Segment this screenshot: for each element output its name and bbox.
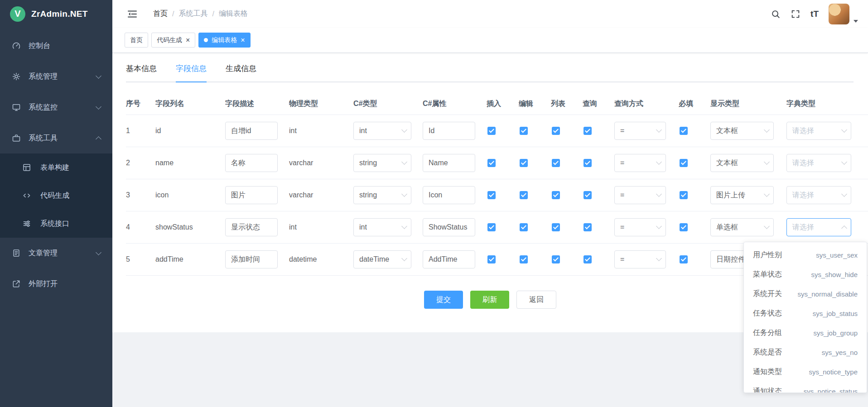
csharp-type-select[interactable]: string <box>353 186 411 204</box>
chevron-down-icon <box>96 249 101 255</box>
insert-checkbox[interactable] <box>487 127 496 135</box>
breadcrumb-home[interactable]: 首页 <box>153 9 168 19</box>
display-type-select[interactable]: 文本框 <box>710 122 774 140</box>
close-icon[interactable]: × <box>186 37 190 44</box>
tab-generate-info[interactable]: 生成信息 <box>226 63 256 81</box>
dict-option[interactable]: 通知类型 sys_notice_type <box>744 362 867 382</box>
dict-type-select[interactable]: 请选择 <box>786 154 851 172</box>
required-checkbox[interactable] <box>680 255 688 263</box>
chevron-down-icon <box>764 159 770 165</box>
description-input[interactable] <box>225 218 278 236</box>
edit-checkbox[interactable] <box>520 159 528 167</box>
tag-edit-table[interactable]: 编辑表格 × <box>198 33 250 48</box>
sidebar-item-system-api[interactable]: 系统接口 <box>0 210 112 238</box>
dict-option[interactable]: 任务状态 sys_job_status <box>744 304 867 323</box>
chevron-down-icon <box>656 127 662 133</box>
back-button[interactable]: 返回 <box>516 291 556 309</box>
display-type-select[interactable]: 图片上传 <box>710 186 774 204</box>
dict-option[interactable]: 用户性别 sys_user_sex <box>744 245 867 265</box>
insert-checkbox[interactable] <box>487 159 496 167</box>
edit-checkbox[interactable] <box>520 223 528 231</box>
required-checkbox[interactable] <box>680 127 688 135</box>
query-mode-select[interactable]: = <box>614 122 666 140</box>
tag-home[interactable]: 首页 <box>125 33 148 48</box>
query-mode-select[interactable]: = <box>614 250 666 268</box>
user-menu[interactable] <box>829 4 858 24</box>
description-input[interactable] <box>225 186 278 204</box>
dict-option-value: sys_job_group <box>813 329 858 337</box>
csharp-property-input[interactable] <box>423 186 475 204</box>
required-checkbox[interactable] <box>680 191 688 199</box>
csharp-property-input[interactable] <box>423 122 475 140</box>
dict-option[interactable]: 任务分组 sys_job_group <box>744 323 867 343</box>
sidebar-item-external-link[interactable]: 外部打开 <box>0 268 112 299</box>
font-size-icon[interactable]: tT <box>810 10 819 18</box>
edit-checkbox[interactable] <box>520 255 528 263</box>
csharp-property-input[interactable] <box>423 154 475 172</box>
menu-fold-icon[interactable] <box>127 9 138 19</box>
required-checkbox[interactable] <box>680 159 688 167</box>
query-checkbox[interactable] <box>583 159 592 167</box>
query-mode-select[interactable]: = <box>614 218 666 236</box>
edit-checkbox[interactable] <box>520 191 528 199</box>
query-checkbox[interactable] <box>583 191 592 199</box>
list-checkbox[interactable] <box>552 159 560 167</box>
dict-type-select[interactable]: 请选择 <box>786 186 851 204</box>
query-checkbox[interactable] <box>583 223 592 231</box>
csharp-type-select[interactable]: string <box>353 154 411 172</box>
list-checkbox[interactable] <box>552 223 560 231</box>
tab-field-info[interactable]: 字段信息 <box>176 63 207 81</box>
query-mode-select[interactable]: = <box>614 186 666 204</box>
query-checkbox[interactable] <box>583 255 592 263</box>
description-input[interactable] <box>225 250 278 268</box>
dict-option[interactable]: 通知状态 sys_notice_status <box>744 382 867 393</box>
csharp-property-input[interactable] <box>423 218 475 236</box>
dict-option[interactable]: 系统是否 sys_yes_no <box>744 343 867 362</box>
csharp-type-select[interactable]: dateTime <box>353 250 411 268</box>
column-name-text: icon <box>155 191 169 199</box>
sidebar-item-articles[interactable]: 文章管理 <box>0 238 112 268</box>
dict-option[interactable]: 系统开关 sys_normal_disable <box>744 284 867 304</box>
user-avatar[interactable] <box>829 4 849 24</box>
submit-button[interactable]: 提交 <box>424 291 463 309</box>
sidebar-item-system-tools[interactable]: 系统工具 <box>0 123 112 153</box>
close-icon[interactable]: × <box>241 37 245 44</box>
insert-checkbox[interactable] <box>487 223 496 231</box>
csharp-type-select[interactable]: int <box>353 122 411 140</box>
dict-option-value: sys_user_sex <box>816 251 858 259</box>
required-checkbox[interactable] <box>680 223 688 231</box>
list-checkbox[interactable] <box>552 255 560 263</box>
search-icon[interactable] <box>771 9 781 19</box>
insert-checkbox[interactable] <box>487 255 496 263</box>
display-type-select[interactable]: 文本框 <box>710 154 774 172</box>
display-type-select[interactable]: 单选框 <box>710 218 774 236</box>
csharp-property-input[interactable] <box>423 250 475 268</box>
sidebar-item-code-generator[interactable]: 代码生成 <box>0 182 112 210</box>
breadcrumb-system-tools[interactable]: 系统工具 <box>178 9 207 19</box>
dict-option[interactable]: 菜单状态 sys_show_hide <box>744 265 867 284</box>
sliders-icon <box>22 219 31 228</box>
sidebar-item-console[interactable]: 控制台 <box>0 30 112 61</box>
list-checkbox[interactable] <box>552 127 560 135</box>
external-link-icon <box>12 279 21 288</box>
csharp-type-select[interactable]: int <box>353 218 411 236</box>
sidebar-item-label: 系统监控 <box>29 103 58 112</box>
sidebar-item-form-builder[interactable]: 表单构建 <box>0 153 112 182</box>
description-input[interactable] <box>225 122 278 140</box>
insert-checkbox[interactable] <box>487 191 496 199</box>
query-checkbox[interactable] <box>583 127 592 135</box>
fullscreen-icon[interactable] <box>791 9 800 19</box>
dict-option-value: sys_notice_status <box>804 388 858 393</box>
refresh-button[interactable]: 刷新 <box>470 291 509 309</box>
sidebar-item-system-monitor[interactable]: 系统监控 <box>0 92 112 123</box>
sidebar-item-system-admin[interactable]: 系统管理 <box>0 61 112 92</box>
table-row: 3 icon varchar string = 图片上传 <box>126 179 868 211</box>
tab-basic-info[interactable]: 基本信息 <box>126 63 157 81</box>
edit-checkbox[interactable] <box>520 127 528 135</box>
query-mode-select[interactable]: = <box>614 154 666 172</box>
tag-code-generator[interactable]: 代码生成 × <box>151 33 195 48</box>
list-checkbox[interactable] <box>552 191 560 199</box>
description-input[interactable] <box>225 154 278 172</box>
dict-type-select[interactable]: 请选择 <box>786 218 851 236</box>
dict-type-select[interactable]: 请选择 <box>786 122 851 140</box>
